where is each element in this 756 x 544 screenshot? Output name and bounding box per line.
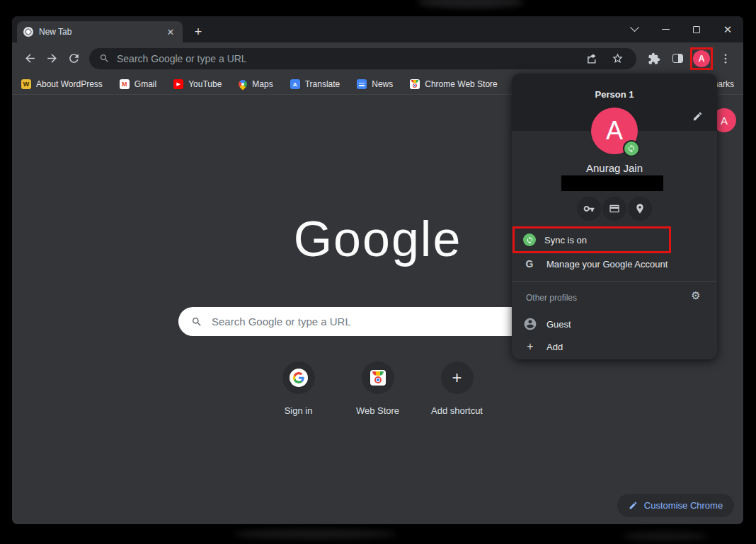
bookmark-news[interactable]: News	[357, 79, 393, 89]
guest-profile-row[interactable]: Guest	[512, 314, 717, 334]
other-profiles-label: Other profiles	[526, 293, 577, 303]
wallpaper-smudge	[234, 529, 396, 539]
side-panel-icon[interactable]	[667, 48, 688, 69]
share-icon[interactable]	[583, 52, 601, 64]
translate-icon: A	[290, 79, 300, 89]
manage-google-account-row[interactable]: G Manage your Google Account	[512, 255, 717, 273]
news-icon	[357, 79, 367, 89]
profile-avatar-button[interactable]: A	[690, 47, 713, 70]
shortcut-web-store[interactable]: Web Store	[354, 361, 402, 416]
chrome-web-store-icon	[410, 79, 420, 89]
wallpaper-smudge	[418, 0, 524, 8]
window-controls: ✕	[619, 16, 743, 42]
shortcut-add[interactable]: + Add shortcut	[433, 361, 481, 416]
sync-badge-icon	[623, 140, 640, 157]
bookmark-translate[interactable]: A Translate	[290, 79, 340, 89]
toolbar-actions: A	[643, 47, 736, 70]
youtube-icon: ▶	[173, 79, 183, 89]
bookmark-gmail[interactable]: M Gmail	[120, 79, 156, 89]
avatar-letter: A	[606, 116, 623, 146]
sync-status-label: Sync is on	[544, 235, 587, 245]
forward-icon[interactable]	[41, 47, 63, 69]
plus-icon: +	[523, 340, 537, 353]
window-menu-chevron-icon[interactable]	[619, 16, 650, 42]
page-search-placeholder: Search Google or type a URL	[212, 316, 351, 328]
desktop-background: New Tab ✕ + ✕	[0, 0, 756, 544]
profile-large-avatar[interactable]: A	[591, 108, 638, 154]
customise-chrome-label: Customise Chrome	[644, 500, 723, 511]
bookmark-star-icon[interactable]	[608, 52, 626, 64]
toolbar: Search Google or type a URL A	[12, 42, 743, 74]
address-bar[interactable]: Search Google or type a URL	[89, 48, 636, 69]
new-tab-button[interactable]: +	[188, 22, 208, 42]
avatar: A	[693, 50, 710, 67]
payment-card-icon[interactable]	[602, 197, 626, 221]
guest-person-icon	[523, 317, 537, 331]
minimize-button[interactable]	[650, 16, 681, 42]
search-icon	[99, 53, 110, 64]
pencil-icon	[629, 501, 638, 510]
bookmark-about-wordpress[interactable]: W About WordPress	[21, 79, 103, 89]
passwords-key-icon[interactable]	[577, 197, 601, 221]
maps-pin-icon	[237, 79, 249, 91]
kebab-menu-icon[interactable]	[715, 48, 736, 69]
tab-strip: New Tab ✕ + ✕	[12, 16, 743, 42]
search-icon	[191, 316, 202, 328]
gear-icon[interactable]: ⚙	[689, 289, 703, 303]
bookmark-youtube[interactable]: ▶ YouTube	[173, 79, 222, 89]
wallpaper-smudge	[623, 532, 708, 540]
web-store-icon	[370, 370, 386, 386]
profile-title: Person 1	[512, 89, 717, 100]
browser-window: New Tab ✕ + ✕	[12, 16, 743, 524]
tab-new-tab[interactable]: New Tab ✕	[17, 21, 183, 42]
add-profile-row[interactable]: + Add	[512, 337, 717, 357]
addresses-location-icon[interactable]	[628, 197, 652, 221]
tab-close-icon[interactable]: ✕	[165, 26, 176, 37]
customise-chrome-button[interactable]: Customise Chrome	[617, 494, 734, 517]
google-g-icon: G	[524, 258, 535, 270]
profile-name: Anurag Jain	[512, 162, 717, 174]
edit-profile-pencil-icon[interactable]	[690, 109, 704, 123]
redacted-email	[561, 175, 663, 191]
address-bar-placeholder: Search Google or type a URL	[117, 53, 575, 64]
extensions-puzzle-icon[interactable]	[643, 48, 665, 69]
google-g-icon	[290, 369, 308, 387]
plus-icon: +	[452, 368, 462, 388]
back-icon[interactable]	[19, 47, 41, 69]
tab-title: New Tab	[39, 27, 159, 37]
shortcut-sign-in[interactable]: Sign in	[275, 361, 323, 416]
sync-on-icon	[523, 233, 536, 246]
profile-menu: Person 1 A Anurag Jain	[512, 74, 717, 359]
bookmark-maps[interactable]: Maps	[239, 79, 273, 89]
menu-divider	[512, 281, 717, 282]
sync-is-on-row[interactable]: Sync is on	[512, 226, 671, 253]
bookmark-chrome-web-store[interactable]: Chrome Web Store	[410, 79, 498, 89]
shortcut-tiles: Sign in Web Store + Add shortcut	[275, 361, 481, 416]
reload-icon[interactable]	[63, 47, 85, 69]
close-button[interactable]: ✕	[712, 16, 743, 42]
gmail-icon: M	[120, 79, 130, 89]
quick-actions	[512, 197, 717, 221]
maximize-button[interactable]	[681, 16, 712, 42]
chrome-favicon-icon	[23, 27, 33, 37]
wordpress-icon: W	[21, 79, 31, 89]
